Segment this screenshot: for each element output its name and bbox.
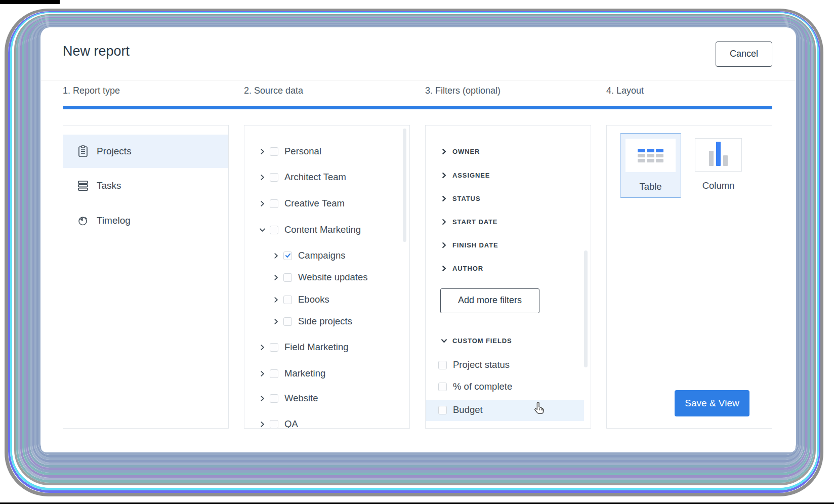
tree-item-label: Content Marketing xyxy=(284,224,361,235)
custom-field-label: Project status xyxy=(453,359,510,370)
checkbox[interactable] xyxy=(270,147,278,156)
tasks-icon xyxy=(77,180,89,192)
tree-item[interactable]: Campaigns xyxy=(273,247,346,264)
custom-field-budget[interactable]: Budget xyxy=(438,401,483,418)
page-title: New report xyxy=(63,44,130,59)
scrollbar[interactable] xyxy=(584,250,588,367)
filter-assignee[interactable]: ASSIGNEE xyxy=(441,170,490,180)
tree-item-label: Field Marketing xyxy=(284,342,348,353)
column-chart-icon[interactable] xyxy=(695,138,742,172)
custom-field-project-status[interactable]: Project status xyxy=(438,356,510,373)
tree-item-label: Creative Team xyxy=(284,198,345,209)
checkbox[interactable] xyxy=(438,383,447,391)
checkbox[interactable] xyxy=(438,406,447,414)
filter-start-date[interactable]: START DATE xyxy=(441,217,497,227)
step-report-type[interactable]: 1. Report type xyxy=(63,86,120,96)
tree-item-label: Marketing xyxy=(284,368,325,379)
chevron-right-icon[interactable] xyxy=(273,253,279,259)
filter-status[interactable]: STATUS xyxy=(441,193,480,203)
tree-item[interactable]: Field Marketing xyxy=(259,339,348,356)
checkbox[interactable] xyxy=(283,317,292,326)
chevron-right-icon[interactable] xyxy=(259,395,265,401)
checkbox[interactable] xyxy=(438,361,447,369)
step-filters[interactable]: 3. Filters (optional) xyxy=(425,86,501,96)
step-source-data[interactable]: 2. Source data xyxy=(244,86,303,96)
filters-panel: OWNER ASSIGNEE STATUS START DATE FINISH … xyxy=(425,125,591,429)
chevron-right-icon[interactable] xyxy=(259,344,265,350)
filter-label: FINISH DATE xyxy=(452,241,498,249)
steps-active-underline xyxy=(63,106,772,109)
chevron-right-icon[interactable] xyxy=(259,148,265,154)
filter-label: ASSIGNEE xyxy=(452,172,490,179)
chevron-right-icon[interactable] xyxy=(259,200,265,206)
filter-label: START DATE xyxy=(452,218,497,226)
tree-item-label: Campaigns xyxy=(298,250,346,261)
projects-icon xyxy=(77,145,89,157)
report-type-label: Tasks xyxy=(97,180,121,191)
report-type-tasks[interactable]: Tasks xyxy=(63,169,228,202)
save-and-view-button[interactable]: Save & View xyxy=(675,390,749,416)
cancel-button[interactable]: Cancel xyxy=(716,41,772,67)
tree-item[interactable]: QA xyxy=(259,415,298,429)
filter-label: OWNER xyxy=(452,148,480,155)
report-type-projects[interactable]: Projects xyxy=(63,135,228,168)
tree-item[interactable]: Creative Team xyxy=(259,195,345,212)
custom-field-label: % of complete xyxy=(453,381,512,392)
header-divider xyxy=(41,80,796,80)
filter-label: AUTHOR xyxy=(452,265,483,272)
tree-item[interactable]: Website updates xyxy=(273,269,367,286)
tree-item-label: Website xyxy=(284,393,318,404)
chevron-down-icon[interactable] xyxy=(441,338,447,344)
checkbox[interactable] xyxy=(270,199,278,208)
chevron-right-icon[interactable] xyxy=(259,421,265,427)
checkbox[interactable] xyxy=(270,394,278,403)
chevron-right-icon[interactable] xyxy=(441,219,447,225)
scrollbar[interactable] xyxy=(403,129,406,242)
report-type-label: Projects xyxy=(97,146,132,157)
screen-edge-artifact-top xyxy=(0,0,60,4)
chevron-right-icon[interactable] xyxy=(273,318,279,324)
checkbox[interactable] xyxy=(270,226,278,234)
custom-field-percent-complete[interactable]: % of complete xyxy=(438,378,512,395)
checkbox[interactable] xyxy=(270,343,278,352)
report-type-label: Timelog xyxy=(97,215,131,226)
filter-custom-fields[interactable]: CUSTOM FIELDS xyxy=(441,335,512,346)
chevron-right-icon[interactable] xyxy=(259,174,265,180)
report-type-panel: Projects Tasks Timelog xyxy=(63,125,229,429)
step-layout[interactable]: 4. Layout xyxy=(606,86,644,96)
chevron-down-icon[interactable] xyxy=(259,227,265,233)
chevron-right-icon[interactable] xyxy=(259,370,265,376)
checkbox[interactable] xyxy=(270,420,278,429)
checkbox[interactable] xyxy=(270,369,278,378)
tree-item[interactable]: Side projects xyxy=(273,313,352,330)
tree-item[interactable]: Architect Team xyxy=(259,169,346,186)
tree-item-label: Architect Team xyxy=(284,172,346,183)
filter-author[interactable]: AUTHOR xyxy=(441,263,483,273)
tree-item[interactable]: Personal xyxy=(259,143,321,160)
add-more-filters-button[interactable]: Add more filters xyxy=(440,288,539,313)
tree-item[interactable]: Ebooks xyxy=(273,291,329,308)
checkbox[interactable] xyxy=(283,273,292,282)
layout-option-table[interactable]: Table xyxy=(620,133,681,198)
filter-owner[interactable]: OWNER xyxy=(441,146,480,156)
chevron-right-icon[interactable] xyxy=(441,172,447,178)
layout-option-label: Table xyxy=(620,181,681,192)
tree-item-label: Website updates xyxy=(298,272,367,283)
tree-item[interactable]: Content Marketing xyxy=(259,221,361,238)
checkbox-checked[interactable] xyxy=(283,251,292,260)
mouse-cursor-pointer xyxy=(533,401,546,415)
chevron-right-icon[interactable] xyxy=(273,297,279,303)
checkbox[interactable] xyxy=(283,296,292,304)
chevron-right-icon[interactable] xyxy=(441,242,447,248)
new-report-dialog: New report Cancel 1. Report type 2. Sour… xyxy=(41,30,796,452)
chevron-right-icon[interactable] xyxy=(441,195,447,201)
filter-finish-date[interactable]: FINISH DATE xyxy=(441,240,498,250)
chevron-right-icon[interactable] xyxy=(273,274,279,280)
checkbox[interactable] xyxy=(270,173,278,182)
chevron-right-icon[interactable] xyxy=(441,265,447,271)
chevron-right-icon[interactable] xyxy=(441,148,447,154)
filter-label: CUSTOM FIELDS xyxy=(452,337,512,345)
tree-item[interactable]: Website xyxy=(259,390,318,407)
report-type-timelog[interactable]: Timelog xyxy=(63,204,228,237)
tree-item[interactable]: Marketing xyxy=(259,365,325,382)
